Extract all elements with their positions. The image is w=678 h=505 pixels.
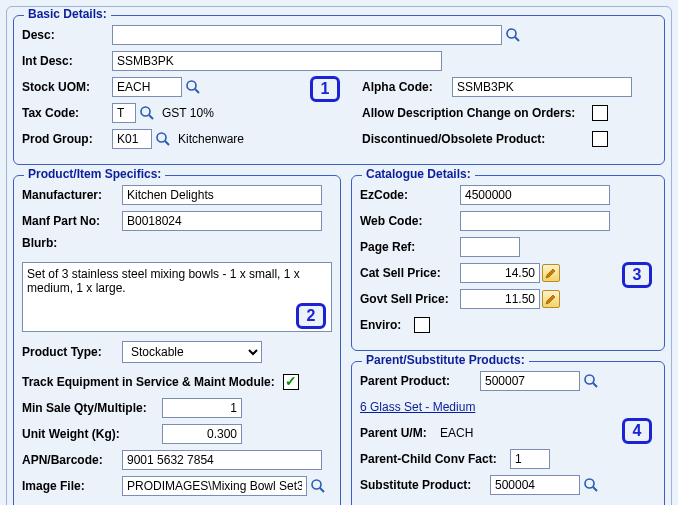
alpha-code-label: Alpha Code:	[362, 80, 452, 94]
manf-part-label: Manf Part No:	[22, 214, 122, 228]
prod-group-desc: Kitchenware	[178, 132, 244, 146]
cat-sell-edit-icon[interactable]	[542, 264, 560, 282]
basic-details-group: Basic Details: Desc: Int Desc: Stock UOM…	[13, 15, 665, 165]
badge-1: 1	[310, 76, 340, 102]
parent-product-input[interactable]	[480, 371, 580, 391]
unit-weight-label: Unit Weight (Kg):	[22, 427, 162, 441]
parent-product-lookup-icon[interactable]	[582, 372, 600, 390]
parent-product-label: Parent Product:	[360, 374, 480, 388]
unit-weight-input[interactable]	[162, 424, 242, 444]
cat-sell-label: Cat Sell Price:	[360, 266, 460, 280]
govt-sell-edit-icon[interactable]	[542, 290, 560, 308]
desc-label: Desc:	[22, 28, 112, 42]
int-desc-input[interactable]	[112, 51, 442, 71]
alpha-code-input[interactable]	[452, 77, 632, 97]
prod-group-label: Prod Group:	[22, 132, 112, 146]
parent-legend: Parent/Substitute Products:	[362, 353, 529, 367]
allow-desc-change-checkbox[interactable]	[592, 105, 608, 121]
tax-code-label: Tax Code:	[22, 106, 112, 120]
image-file-label: Image File:	[22, 479, 122, 493]
desc-input[interactable]	[112, 25, 502, 45]
parent-product-link[interactable]: 6 Glass Set - Medium	[360, 400, 475, 414]
stock-uom-label: Stock UOM:	[22, 80, 112, 94]
webcode-input[interactable]	[460, 211, 610, 231]
specifics-legend: Product/Item Specifics:	[24, 167, 165, 181]
govt-sell-label: Govt Sell Price:	[360, 292, 460, 306]
desc-lookup-icon[interactable]	[504, 26, 522, 44]
parent-um-label: Parent U/M:	[360, 426, 440, 440]
apn-label: APN/Barcode:	[22, 453, 122, 467]
pageref-input[interactable]	[460, 237, 520, 257]
prod-group-lookup-icon[interactable]	[154, 130, 172, 148]
catalogue-group: Catalogue Details: EzCode: Web Code: Pag…	[351, 175, 665, 351]
badge-3: 3	[622, 262, 652, 288]
product-type-select[interactable]: Stockable	[122, 341, 262, 363]
cat-sell-input[interactable]	[460, 263, 540, 283]
tax-code-input[interactable]	[112, 103, 136, 123]
govt-sell-input[interactable]	[460, 289, 540, 309]
substitute-lookup-icon[interactable]	[582, 476, 600, 494]
substitute-input[interactable]	[490, 475, 580, 495]
discontinued-label: Discontinued/Obsolete Product:	[362, 132, 592, 146]
track-equip-checkbox[interactable]	[283, 374, 299, 390]
allow-desc-change-label: Allow Description Change on Orders:	[362, 106, 592, 120]
parent-group: Parent/Substitute Products: Parent Produ…	[351, 361, 665, 505]
track-equip-label: Track Equipment in Service & Maint Modul…	[22, 375, 275, 389]
conv-fact-label: Parent-Child Conv Fact:	[360, 452, 510, 466]
basic-details-legend: Basic Details:	[24, 7, 111, 21]
int-desc-label: Int Desc:	[22, 54, 112, 68]
blurb-textarea[interactable]: Set of 3 stainless steel mixing bowls - …	[22, 262, 332, 332]
badge-2: 2	[296, 303, 326, 329]
badge-4: 4	[622, 418, 652, 444]
webcode-label: Web Code:	[360, 214, 460, 228]
min-sale-input[interactable]	[162, 398, 242, 418]
apn-input[interactable]	[122, 450, 322, 470]
discontinued-checkbox[interactable]	[592, 131, 608, 147]
pageref-label: Page Ref:	[360, 240, 460, 254]
ezcode-input[interactable]	[460, 185, 610, 205]
parent-um-value: EACH	[440, 426, 473, 440]
tax-code-desc: GST 10%	[162, 106, 214, 120]
tax-code-lookup-icon[interactable]	[138, 104, 156, 122]
specifics-group: Product/Item Specifics: Manufacturer: Ma…	[13, 175, 341, 505]
catalogue-legend: Catalogue Details:	[362, 167, 475, 181]
ezcode-label: EzCode:	[360, 188, 460, 202]
image-file-input[interactable]	[122, 476, 307, 496]
blurb-label: Blurb:	[22, 236, 57, 250]
image-file-lookup-icon[interactable]	[309, 477, 327, 495]
prod-group-input[interactable]	[112, 129, 152, 149]
enviro-label: Enviro:	[360, 318, 414, 332]
product-type-label: Product Type:	[22, 345, 122, 359]
substitute-label: Substitute Product:	[360, 478, 490, 492]
manufacturer-input[interactable]	[122, 185, 322, 205]
stock-uom-input[interactable]	[112, 77, 182, 97]
stock-uom-lookup-icon[interactable]	[184, 78, 202, 96]
manufacturer-label: Manufacturer:	[22, 188, 122, 202]
conv-fact-input[interactable]	[510, 449, 550, 469]
manf-part-input[interactable]	[122, 211, 322, 231]
enviro-checkbox[interactable]	[414, 317, 430, 333]
min-sale-label: Min Sale Qty/Multiple:	[22, 401, 162, 415]
